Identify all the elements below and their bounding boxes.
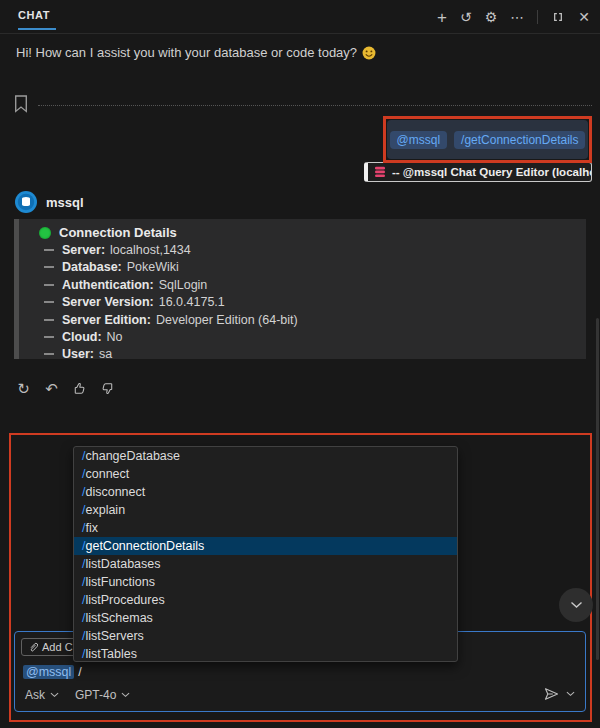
maximize-icon[interactable]: [551, 10, 565, 24]
thumbs-up-icon[interactable]: [70, 379, 89, 398]
paperclip-icon: [28, 641, 38, 653]
command-option-connect[interactable]: /connect: [74, 465, 457, 483]
command-option-listSchemas[interactable]: /listSchemas: [74, 609, 457, 627]
connection-row-authentication: Authentication: SqlLogin: [14, 276, 586, 293]
chevron-down-icon: [121, 692, 130, 698]
greeting-text: Hi! How can I assist you with your datab…: [16, 45, 357, 60]
command-option-getConnectionDetails[interactable]: /getConnectionDetails: [74, 537, 457, 555]
input-text[interactable]: @mssql /: [23, 665, 82, 679]
dash-bullet: [44, 301, 54, 303]
scroll-to-bottom-button[interactable]: [559, 588, 593, 622]
thumbs-down-icon[interactable]: [98, 379, 117, 398]
dash-bullet: [44, 319, 54, 321]
database-icon: [374, 166, 386, 178]
active-tab-indicator: [18, 28, 56, 30]
regenerate-icon[interactable]: ↻: [14, 379, 33, 398]
command-option-listDatabases[interactable]: /listDatabases: [74, 555, 457, 573]
dash-bullet: [44, 353, 54, 355]
dash-bullet: [44, 249, 54, 251]
history-icon[interactable]: ↺: [460, 10, 472, 24]
titlebar-actions: + ↺ ⚙ ⋯ ✕: [437, 0, 590, 34]
command-option-fix[interactable]: /fix: [74, 519, 457, 537]
connection-details-header: Connection Details: [14, 224, 586, 241]
query-editor-tooltip: -- @mssql Chat Query Editor (localhost,1: [364, 162, 592, 182]
command-option-changeDatabase[interactable]: /changeDatabase: [74, 447, 457, 465]
panel-scrollbar[interactable]: [596, 318, 599, 660]
titlebar-divider: [537, 10, 538, 24]
more-actions-icon[interactable]: ⋯: [510, 10, 524, 24]
tooltip-text: -- @mssql Chat Query Editor (localhost,1: [392, 166, 592, 178]
close-icon[interactable]: ✕: [578, 10, 590, 24]
input-controls: Ask GPT-4o: [25, 688, 130, 702]
bookmark-icon: [14, 95, 28, 113]
annotation-box-user-message: [383, 116, 592, 163]
send-options-chevron-icon[interactable]: [566, 691, 575, 697]
command-option-listProcedures[interactable]: /listProcedures: [74, 591, 457, 609]
settings-gear-icon[interactable]: ⚙: [485, 10, 498, 24]
connection-row-server: Server: localhost,1434: [14, 241, 586, 258]
dash-bullet: [44, 336, 54, 338]
tab-chat[interactable]: CHAT: [18, 9, 50, 21]
mode-picker[interactable]: Ask: [25, 688, 59, 702]
connection-row-server-edition: Server Edition: Developer Edition (64-bi…: [14, 311, 586, 328]
connection-row-cloud: Cloud: No: [14, 328, 586, 345]
model-picker[interactable]: GPT-4o: [75, 688, 130, 702]
command-option-disconnect[interactable]: /disconnect: [74, 483, 457, 501]
send-icon[interactable]: [543, 686, 560, 702]
connection-row-user: User: sa: [14, 346, 586, 363]
connected-status-icon: [39, 227, 51, 239]
response-action-toolbar: ↻ ↶: [14, 379, 117, 398]
connection-row-server-version: Server Version: 16.0.4175.1: [14, 294, 586, 311]
mssql-avatar: [14, 190, 38, 214]
command-option-explain[interactable]: /explain: [74, 501, 457, 519]
command-option-listServers[interactable]: /listServers: [74, 627, 457, 645]
mention-chip: @mssql: [23, 665, 74, 679]
connection-details-block: Connection Details Server: localhost,143…: [14, 219, 586, 359]
assistant-name: mssql: [46, 195, 84, 210]
new-chat-icon[interactable]: +: [437, 9, 447, 26]
assistant-greeting: Hi! How can I assist you with your datab…: [16, 45, 376, 60]
checkpoint-separator: [38, 105, 592, 106]
retry-icon[interactable]: ↶: [42, 379, 61, 398]
smiley-emoji-icon: [362, 46, 376, 60]
add-context-button[interactable]: Add C: [21, 638, 80, 656]
command-option-listFunctions[interactable]: /listFunctions: [74, 573, 457, 591]
add-context-label: Add C: [42, 641, 73, 653]
dash-bullet: [44, 284, 54, 286]
typed-slash: /: [78, 665, 81, 679]
send-controls: [543, 686, 575, 702]
slash-command-dropdown: /changeDatabase /connect /disconnect /ex…: [73, 446, 458, 662]
command-option-listTables[interactable]: /listTables: [74, 645, 457, 662]
dash-bullet: [44, 266, 54, 268]
connection-row-database: Database: PokeWiki: [14, 259, 586, 276]
chevron-down-icon: [50, 692, 59, 698]
chat-panel: CHAT + ↺ ⚙ ⋯ ✕ Hi! How can I assist you …: [0, 0, 600, 728]
